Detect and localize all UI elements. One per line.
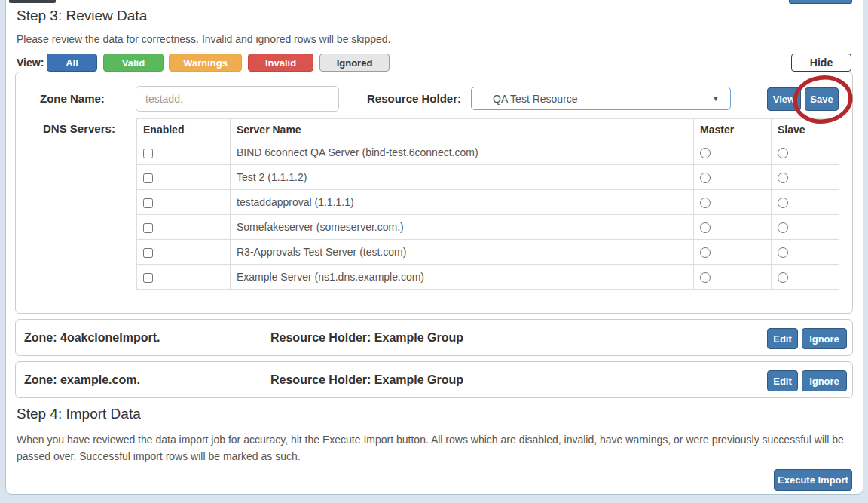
zone-row-4oakcloneimport: Zone: 4oakcloneImport. Resource Holder: …: [15, 319, 853, 356]
slave-radio[interactable]: [778, 198, 788, 208]
chevron-down-icon: ▼: [712, 94, 720, 103]
step4-description: When you have reviewed the data import j…: [17, 431, 851, 465]
execute-import-button[interactable]: Execute Import: [774, 469, 852, 491]
edit-button[interactable]: Edit: [767, 328, 798, 349]
zone-name-input[interactable]: [136, 86, 339, 112]
view-button[interactable]: View: [767, 87, 801, 111]
enabled-checkbox[interactable]: [143, 248, 153, 258]
table-row: R3-Approvals Test Server (test.com): [137, 240, 839, 265]
master-radio[interactable]: [700, 148, 711, 158]
zone-row-example-com: Zone: example.com. Resource Holder: Exam…: [15, 361, 853, 398]
table-row: Example Server (ns1.dns.example.com): [137, 265, 839, 290]
hide-button[interactable]: Hide: [791, 54, 851, 72]
view-filter-label: View:: [17, 57, 44, 69]
resource-holder-select[interactable]: QA Test Resource ▼: [471, 87, 731, 110]
table-row: BIND 6connect QA Server (bind-test.6conn…: [137, 140, 839, 165]
ignore-button[interactable]: Ignore: [802, 328, 847, 349]
slave-radio[interactable]: [778, 173, 788, 183]
save-button[interactable]: Save: [805, 87, 839, 111]
zone-label: Zone: example.com.: [24, 373, 140, 387]
cutoff-dark-element: [9, 0, 56, 3]
slave-radio[interactable]: [778, 222, 788, 233]
filter-warnings-button[interactable]: Warnings: [169, 54, 242, 72]
enabled-checkbox[interactable]: [143, 223, 153, 233]
master-radio[interactable]: [700, 222, 711, 233]
server-name-cell: Example Server (ns1.dns.example.com): [231, 265, 694, 290]
server-name-cell: testaddapproval (1.1.1.1): [231, 190, 694, 215]
filter-valid-button[interactable]: Valid: [103, 54, 164, 72]
zone-holder-label: Resource Holder: Example Group: [270, 373, 463, 387]
server-name-cell: Somefakeserver (someserver.com.): [231, 215, 694, 240]
table-row: Somefakeserver (someserver.com.): [137, 215, 839, 240]
header-master: Master: [694, 119, 772, 140]
table-row: testaddapproval (1.1.1.1): [137, 190, 839, 215]
enabled-checkbox[interactable]: [143, 198, 153, 208]
zone-label: Zone: 4oakcloneImport.: [24, 331, 160, 345]
dns-servers-table: Enabled Server Name Master Slave BIND 6c…: [136, 118, 839, 290]
table-header-row: Enabled Server Name Master Slave: [137, 119, 839, 140]
filter-invalid-button[interactable]: Invalid: [248, 54, 313, 72]
slave-radio[interactable]: [778, 148, 788, 158]
master-radio[interactable]: [700, 272, 711, 283]
filter-all-button[interactable]: All: [47, 54, 97, 72]
server-name-cell: R3-Approvals Test Server (test.com): [231, 240, 694, 265]
enabled-checkbox[interactable]: [143, 173, 153, 183]
zone-name-label: Zone Name:: [40, 92, 105, 105]
enabled-checkbox[interactable]: [143, 273, 153, 283]
import-wizard-screen: Step 3: Review Data Please review the da…: [0, 0, 868, 503]
enabled-checkbox[interactable]: [143, 149, 153, 158]
slave-radio[interactable]: [778, 272, 788, 283]
resource-holder-value: QA Test Resource: [493, 93, 578, 105]
dns-servers-label: DNS Servers:: [43, 122, 115, 135]
step3-description: Please review the data for correctness. …: [17, 33, 390, 45]
master-radio[interactable]: [700, 173, 711, 183]
table-row: Test 2 (1.1.1.2): [137, 165, 839, 190]
header-server-name: Server Name: [231, 119, 694, 140]
cutoff-blue-button[interactable]: [789, 0, 852, 4]
header-enabled: Enabled: [137, 119, 231, 140]
server-name-cell: Test 2 (1.1.1.2): [231, 165, 694, 190]
zone-holder-label: Resource Holder: Example Group: [270, 331, 463, 345]
step4-title: Step 4: Import Data: [17, 406, 141, 422]
resource-holder-label: Resource Holder:: [367, 92, 461, 105]
edit-button[interactable]: Edit: [767, 370, 798, 391]
header-slave: Slave: [772, 119, 839, 140]
slave-radio[interactable]: [778, 247, 788, 258]
server-name-cell: BIND 6connect QA Server (bind-test.6conn…: [231, 140, 694, 165]
master-radio[interactable]: [700, 247, 711, 258]
ignore-button[interactable]: Ignore: [802, 370, 847, 391]
step3-title: Step 3: Review Data: [17, 8, 147, 24]
filter-ignored-button[interactable]: Ignored: [319, 54, 390, 72]
master-radio[interactable]: [700, 198, 711, 208]
